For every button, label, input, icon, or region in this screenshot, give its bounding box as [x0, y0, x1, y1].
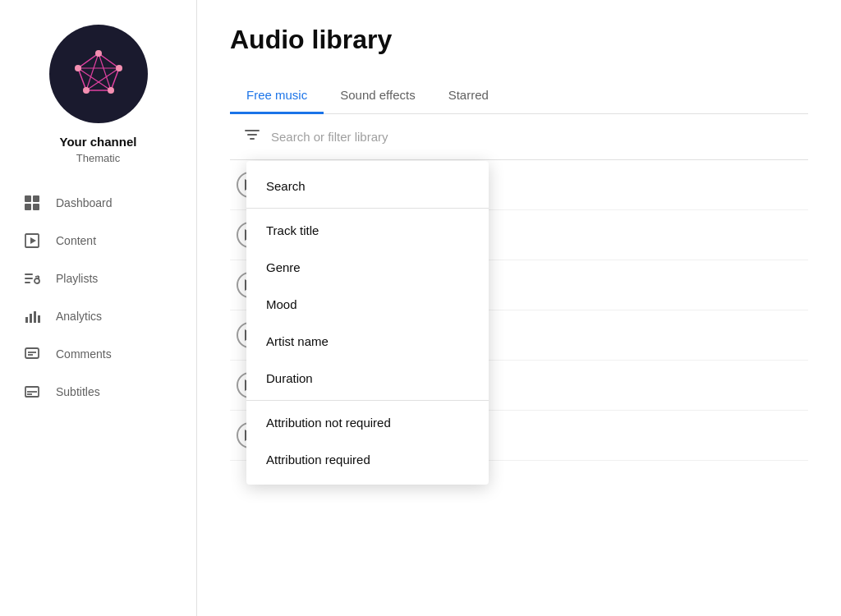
sidebar-item-comments[interactable]: Comments: [0, 335, 196, 373]
svg-rect-11: [25, 195, 31, 202]
analytics-icon: [23, 307, 41, 325]
dropdown-divider: [246, 208, 489, 209]
svg-line-3: [86, 68, 119, 90]
dashboard-icon: [23, 194, 41, 212]
search-placeholder-text: Search or filter library: [271, 130, 388, 144]
filter-dropdown: Search Track title Genre Mood Artist nam…: [246, 161, 489, 485]
svg-rect-18: [25, 278, 33, 279]
svg-rect-23: [25, 317, 28, 323]
tabs: Free music Sound effects Starred: [230, 78, 808, 114]
dropdown-item-attribution-not-required[interactable]: Attribution not required: [246, 404, 489, 441]
svg-rect-26: [38, 315, 40, 323]
svg-line-1: [99, 53, 111, 90]
sidebar-item-playlists-label: Playlists: [56, 272, 98, 285]
main-content: Audio library Free music Sound effects S…: [197, 0, 841, 616]
svg-rect-13: [25, 204, 31, 210]
search-bar[interactable]: Search or filter library: [230, 114, 808, 160]
svg-marker-16: [30, 237, 36, 244]
channel-name: Your channel: [60, 135, 137, 149]
content-icon: [23, 232, 41, 250]
sidebar-item-subtitles-label: Subtitles: [56, 385, 100, 398]
svg-point-9: [83, 87, 90, 94]
sidebar-item-playlists[interactable]: Playlists: [0, 260, 196, 297]
comments-icon: [23, 345, 41, 363]
dropdown-item-artist-name[interactable]: Artist name: [246, 323, 489, 360]
svg-line-4: [78, 68, 111, 90]
sidebar-item-analytics[interactable]: Analytics: [0, 297, 196, 335]
sidebar-item-analytics-label: Analytics: [56, 310, 102, 323]
tab-free-music[interactable]: Free music: [230, 78, 324, 114]
svg-rect-27: [25, 348, 39, 358]
svg-rect-24: [30, 314, 32, 323]
dropdown-item-search[interactable]: Search: [246, 168, 489, 205]
svg-point-10: [75, 65, 81, 71]
svg-rect-17: [25, 274, 33, 275]
sidebar-item-content[interactable]: Content: [0, 222, 196, 260]
sidebar: Your channel Thematic Dashboard: [0, 0, 197, 616]
svg-point-6: [95, 50, 102, 57]
dropdown-item-genre[interactable]: Genre: [246, 249, 489, 286]
dropdown-item-attribution-required[interactable]: Attribution required: [246, 441, 489, 478]
sidebar-item-dashboard[interactable]: Dashboard: [0, 184, 196, 222]
sidebar-item-content-label: Content: [56, 234, 96, 247]
channel-subtitle: Thematic: [76, 152, 120, 164]
subtitles-icon: [23, 383, 41, 401]
sidebar-item-comments-label: Comments: [56, 347, 112, 361]
nav-list: Dashboard Content: [0, 184, 196, 411]
sidebar-item-dashboard-label: Dashboard: [56, 196, 113, 209]
svg-rect-19: [25, 282, 30, 283]
channel-avatar: [49, 25, 148, 123]
dropdown-item-track-title[interactable]: Track title: [246, 212, 489, 249]
dropdown-item-duration[interactable]: Duration: [246, 360, 489, 397]
dropdown-item-mood[interactable]: Mood: [246, 286, 489, 323]
filter-icon: [243, 126, 261, 148]
page-title: Audio library: [230, 25, 808, 55]
svg-rect-14: [33, 204, 39, 210]
svg-point-8: [108, 87, 114, 94]
sidebar-item-subtitles[interactable]: Subtitles: [0, 373, 196, 411]
tab-sound-effects[interactable]: Sound effects: [324, 78, 431, 114]
svg-line-22: [35, 276, 39, 277]
svg-rect-12: [33, 195, 39, 202]
playlists-icon: [23, 269, 41, 287]
svg-point-7: [116, 65, 122, 71]
svg-rect-25: [34, 311, 36, 323]
tab-starred[interactable]: Starred: [432, 78, 505, 114]
dropdown-divider: [246, 400, 489, 401]
svg-line-2: [86, 53, 99, 90]
